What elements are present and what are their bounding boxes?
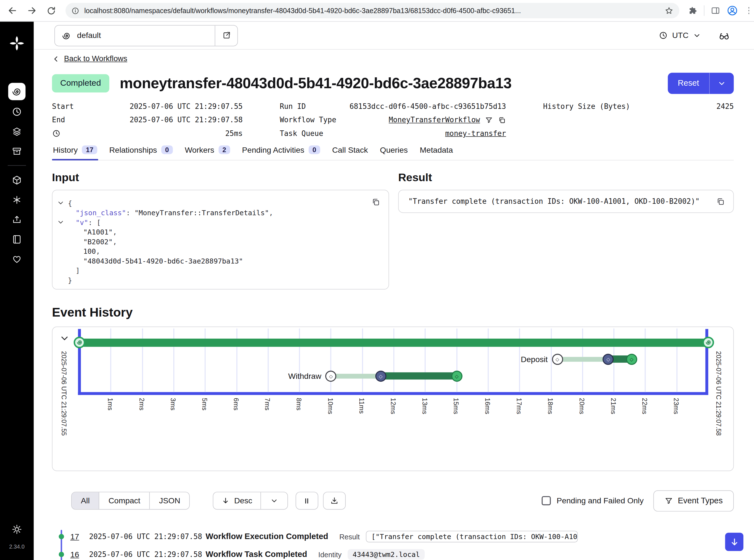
copy-icon[interactable] (498, 116, 506, 124)
sidebar-item-schedules[interactable] (11, 106, 23, 117)
workflow-metadata: Start 2025-07-06 UTC 21:29:07.55 End 202… (52, 101, 734, 138)
tab-relationships[interactable]: Relationships0 (108, 145, 174, 160)
json-token: "v" (76, 218, 88, 226)
download-history-button[interactable] (323, 492, 346, 510)
sidebar-item-batch-operations[interactable] (11, 125, 23, 137)
temporal-logo[interactable] (9, 35, 25, 52)
address-bar[interactable]: localhost:8080/namespaces/default/workfl… (66, 3, 679, 18)
pending-failed-label: Pending and Failed Only (557, 496, 644, 505)
task-queue-link[interactable]: money-transfer (445, 129, 506, 138)
event-id-link[interactable]: 17 (70, 532, 89, 541)
view-mode-compact[interactable]: Compact (99, 492, 149, 509)
sidebar-item-workflows[interactable] (8, 83, 25, 100)
timeline-gridline (645, 328, 646, 392)
browser-reload-button[interactable] (42, 2, 60, 19)
browser-back-button[interactable] (4, 2, 21, 19)
copy-input-button[interactable] (368, 195, 383, 209)
timeline-tick-label: 10ms (326, 398, 334, 414)
duration-clock-icon (52, 129, 61, 138)
activity-label: Withdraw (53, 371, 321, 380)
url-text[interactable]: localhost:8080/namespaces/default/workfl… (84, 7, 660, 15)
activity-completed-marker[interactable]: ◇ (451, 371, 462, 382)
extensions-puzzle-icon[interactable] (688, 6, 698, 16)
collapse-toggle-icon[interactable] (57, 199, 64, 206)
event-types-filter-button[interactable]: Event Types (653, 490, 734, 512)
event-row[interactable]: 162025-07-06 UTC 21:29:07.58Workflow Tas… (52, 545, 734, 560)
timeline-tick-label: 3ms (169, 398, 177, 411)
side-panel-icon[interactable] (711, 6, 720, 16)
sidebar-divider (8, 165, 26, 166)
site-info-icon[interactable] (71, 6, 79, 15)
chevron-down-icon (693, 31, 701, 39)
json-line: { (53, 198, 366, 208)
timeline-tick-label: 5ms (201, 398, 208, 411)
timeline-start-timestamp: 2025-07-06 UTC 21:29:07.55 (60, 351, 67, 455)
sidebar-item-archive[interactable] (11, 145, 23, 157)
workflow-execution-span[interactable] (80, 338, 708, 346)
timezone-selector[interactable]: UTC (658, 31, 701, 40)
activity-scheduled-marker[interactable]: ◇ (552, 354, 563, 365)
labs-glasses-icon[interactable] (718, 29, 730, 41)
workflow-end-marker[interactable] (702, 336, 714, 348)
browser-menu-icon[interactable] (744, 6, 749, 16)
browser-forward-button[interactable] (23, 2, 40, 19)
activity-scheduled-marker[interactable]: ◇ (325, 371, 337, 382)
json-line: "B2002", (53, 237, 366, 246)
activity-started-marker[interactable]: ◇ (603, 354, 614, 365)
reset-menu-chevron[interactable] (709, 73, 734, 94)
tab-pending-activities[interactable]: Pending Activities0 (241, 145, 321, 160)
pause-updates-button[interactable] (296, 492, 318, 510)
timezone-label: UTC (672, 31, 689, 40)
namespace-select-button[interactable]: default (55, 25, 215, 45)
bookmark-star-icon[interactable] (665, 6, 674, 15)
sidebar-item-import[interactable] (11, 214, 23, 225)
copy-result-button[interactable] (713, 194, 728, 209)
back-to-workflows-link[interactable]: Back to Workflows (52, 55, 127, 63)
pending-failed-checkbox[interactable] (542, 496, 551, 505)
tab-metadata[interactable]: Metadata (419, 145, 454, 160)
sidebar-item-feedback[interactable] (11, 253, 23, 265)
timeline-chart: 2025-07-06 UTC 21:29:07.55 2025-07-06 UT… (52, 326, 734, 471)
event-row[interactable]: 172025-07-06 UTC 21:29:07.58Workflow Exe… (52, 527, 734, 545)
tab-history[interactable]: History17 (52, 145, 98, 160)
view-mode-json[interactable]: JSON (149, 492, 189, 509)
tab-call-stack[interactable]: Call Stack (331, 145, 369, 160)
theme-toggle-sun-icon[interactable] (11, 523, 23, 535)
tab-queries[interactable]: Queries (379, 145, 409, 160)
filter-funnel-icon (665, 496, 673, 505)
sort-desc-button[interactable]: Desc (213, 492, 260, 509)
event-time: 2025-07-06 UTC 21:29:07.58 (89, 532, 206, 541)
activity-completed-marker[interactable]: ◇ (626, 354, 637, 365)
filter-funnel-icon[interactable] (485, 116, 493, 124)
sort-menu-chevron[interactable] (260, 492, 287, 509)
json-token: "A1001" (83, 228, 113, 236)
tab-label: Call Stack (332, 145, 368, 154)
workflow-type-link[interactable]: MoneyTransferWorkflow (389, 116, 480, 124)
event-id-link[interactable]: 16 (70, 550, 89, 559)
input-code-block: {"json_class": "MoneyTransfer::TransferD… (52, 189, 389, 289)
workflow-start-marker[interactable] (74, 336, 85, 348)
open-namespace-button[interactable] (215, 25, 238, 45)
start-label: Start (52, 102, 74, 111)
clock-icon (658, 31, 668, 40)
run-id-value: 68153dcc-d0f6-4500-afbc-c93651b75d13 (349, 102, 506, 111)
chrome-divider (704, 5, 705, 16)
end-value: 2025-07-06 UTC 21:29:07.58 (129, 116, 243, 124)
json-line: } (53, 275, 366, 285)
timeline-tick-label: 12ms (390, 398, 397, 414)
timeline-tick-label: 15ms (452, 398, 460, 414)
collapse-toggle-icon[interactable] (57, 218, 64, 225)
event-detail-value: ["Transfer complete (transaction IDs: OK… (366, 531, 578, 542)
sidebar-item-nexus[interactable] (11, 194, 23, 205)
timeline-tick-label: 11ms (358, 398, 365, 414)
timeline-collapse-chevron[interactable] (59, 333, 70, 343)
scroll-to-bottom-button[interactable] (725, 533, 743, 551)
sidebar-item-docs[interactable] (11, 233, 23, 245)
sidebar-item-deployments[interactable] (11, 174, 23, 186)
view-mode-all[interactable]: All (72, 492, 99, 509)
tab-workers[interactable]: Workers2 (184, 145, 231, 160)
activity-started-marker[interactable]: ◇ (375, 371, 386, 382)
main-area: default UTC (34, 22, 754, 560)
reset-button[interactable]: Reset (668, 73, 709, 94)
browser-profile-avatar[interactable] (727, 5, 738, 16)
